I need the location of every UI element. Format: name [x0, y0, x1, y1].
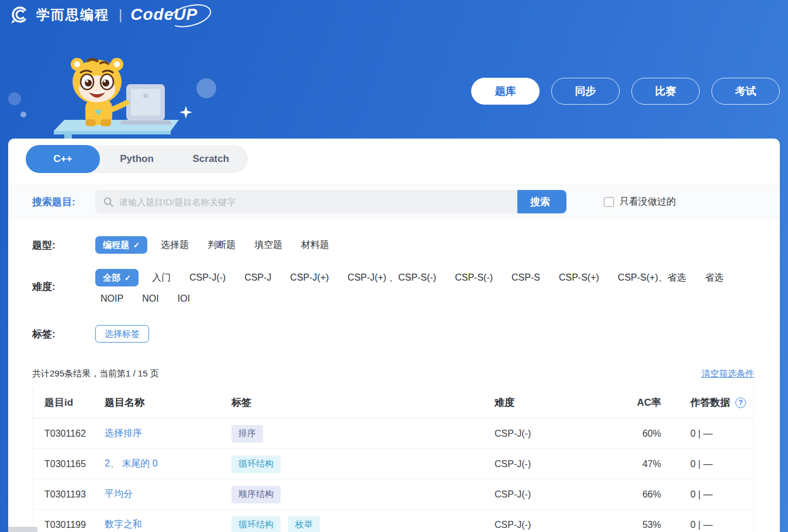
problems-table: 题目id 题目名称 标签 难度 AC率 作答数据 ? T0301162选择排序排… — [33, 387, 754, 532]
cell-difficulty: CSP-J(-) — [495, 520, 611, 530]
mascot-illustration — [51, 54, 189, 143]
search-label: 搜索题目: — [32, 195, 95, 209]
table-row: T03011652、 末尾的 0循环结构CSP-J(-)47%0 | — — [33, 449, 754, 479]
tab-python[interactable]: Python — [100, 145, 174, 173]
page: 学而思编程 | CodeUP — [0, 0, 788, 532]
tag-badge: 循环结构 — [231, 516, 281, 532]
cell-tags: 循环结构 — [231, 455, 495, 473]
difficulty-option[interactable]: CSP-S(-) — [450, 272, 498, 283]
problem-link[interactable]: 平均分 — [105, 489, 133, 499]
cell-ac-rate: 53% — [611, 520, 661, 530]
nav-button-比赛[interactable]: 比赛 — [631, 78, 700, 105]
difficulty-option[interactable]: CSP-S(+) — [554, 272, 604, 283]
header-problem-name: 题目名称 — [105, 396, 231, 409]
tags-filter-label: 标签: — [32, 327, 95, 341]
logo-divider: | — [119, 6, 122, 23]
difficulty-options: 全部✓入门CSP-J(-)CSP-JCSP-J(+)CSP-J(+) 、CSP-… — [95, 269, 729, 304]
header-tags: 标签 — [231, 396, 495, 409]
horizontal-scrollbar[interactable] — [8, 527, 37, 532]
brand-c-icon — [9, 4, 30, 25]
cell-answer-data: 0 | — — [661, 489, 754, 500]
cell-tags: 顺序结构 — [231, 486, 495, 503]
difficulty-option[interactable]: 省选 — [700, 272, 729, 284]
main-nav: 题库同步比赛考试 — [471, 78, 780, 105]
search-icon — [103, 197, 113, 207]
cell-ac-rate: 60% — [611, 429, 661, 439]
search-button[interactable]: 搜索 — [514, 190, 566, 213]
nav-button-同步[interactable]: 同步 — [551, 78, 620, 105]
type-option[interactable]: 选择题 — [155, 239, 194, 251]
unattempted-checkbox-label: 只看没做过的 — [620, 196, 676, 208]
table-row: T0301193平均分顺序结构CSP-J(-)66%0 | — — [33, 479, 754, 510]
tab-c++[interactable]: C++ — [26, 145, 100, 173]
header-answer-data: 作答数据 ? — [661, 396, 754, 409]
type-option-selected[interactable]: 编程题✓ — [95, 236, 147, 254]
type-option[interactable]: 判断题 — [202, 239, 241, 251]
type-filter-row: 题型: 编程题✓选择题判断题填空题材料题 — [8, 236, 780, 254]
deco-circle — [20, 112, 26, 118]
cell-problem-name: 数字之和 — [105, 519, 231, 531]
difficulty-option[interactable]: CSP-J(-) — [184, 272, 231, 283]
option-label: 编程题 — [103, 240, 129, 251]
logo-brand-name: CodeUP — [130, 5, 206, 24]
deco-circle — [8, 92, 21, 105]
nav-button-考试[interactable]: 考试 — [711, 78, 780, 105]
deco-circle — [196, 78, 216, 98]
search-row: 搜索题目: 搜索 只看没做过的 — [8, 185, 780, 219]
difficulty-option[interactable]: CSP-S — [506, 272, 545, 283]
cell-answer-data: 0 | — — [661, 429, 754, 439]
difficulty-option[interactable]: IOI — [172, 293, 195, 304]
tag-badge: 循环结构 — [231, 455, 281, 473]
cell-answer-data: 0 | — — [661, 520, 754, 530]
tag-badge: 顺序结构 — [231, 486, 281, 503]
cell-problem-id: T0301193 — [33, 489, 105, 500]
difficulty-option[interactable]: CSP-J(+) 、CSP-S(-) — [343, 272, 442, 284]
option-label: 全部 — [103, 272, 120, 284]
cell-problem-id: T0301199 — [33, 520, 105, 530]
table-row: T0301199数字之和循环结构枚举CSP-J(-)53%0 | — — [33, 510, 754, 532]
cell-tags: 排序 — [231, 425, 495, 443]
tag-badge: 排序 — [231, 425, 263, 443]
unattempted-filter[interactable]: 只看没做过的 — [604, 196, 676, 208]
difficulty-filter-label: 难度: — [32, 280, 95, 293]
nav-button-题库[interactable]: 题库 — [471, 78, 540, 105]
problem-link[interactable]: 数字之和 — [105, 519, 142, 529]
select-tags-button[interactable]: 选择标签 — [95, 325, 149, 343]
cell-problem-name: 选择排序 — [105, 427, 231, 440]
difficulty-option[interactable]: CSP-J(+) — [285, 272, 334, 283]
type-option[interactable]: 填空题 — [249, 239, 288, 251]
header-problem-id: 题目id — [33, 396, 105, 409]
unattempted-checkbox[interactable] — [604, 197, 614, 207]
search-input[interactable] — [119, 197, 517, 207]
clear-filters-link[interactable]: 清空筛选条件 — [701, 368, 754, 379]
difficulty-option-selected[interactable]: 全部✓ — [95, 269, 139, 286]
difficulty-option[interactable]: CSP-S(+)、省选 — [613, 272, 692, 284]
language-tabs: C++PythonScratch — [26, 145, 248, 173]
difficulty-filter-row: 难度: 全部✓入门CSP-J(-)CSP-JCSP-J(+)CSP-J(+) 、… — [8, 269, 780, 304]
cell-answer-data: 0 | — — [661, 459, 754, 469]
help-icon[interactable]: ? — [735, 398, 746, 408]
cell-tags: 循环结构枚举 — [231, 516, 495, 532]
type-option[interactable]: 材料题 — [296, 239, 334, 251]
difficulty-option[interactable]: 入门 — [147, 272, 176, 284]
results-summary: 共计295条结果，当前第1 / 15 页 — [32, 368, 159, 379]
header-ac-rate: AC率 — [611, 396, 661, 409]
difficulty-option[interactable]: NOIP — [95, 293, 129, 304]
cell-problem-id: T0301162 — [33, 429, 105, 439]
tab-scratch[interactable]: Scratch — [174, 145, 248, 173]
table-header-row: 题目id 题目名称 标签 难度 AC率 作答数据 ? — [33, 387, 754, 419]
cell-difficulty: CSP-J(-) — [495, 489, 611, 500]
logo: 学而思编程 | CodeUP — [9, 4, 206, 25]
logo-product-name: 学而思编程 — [36, 6, 109, 24]
cell-problem-name: 平均分 — [105, 488, 231, 500]
cell-ac-rate: 47% — [611, 459, 661, 469]
type-filter-label: 题型: — [32, 239, 95, 252]
table-row: T0301162选择排序排序CSP-J(-)60%0 | — — [33, 419, 754, 449]
problem-link[interactable]: 2、 末尾的 0 — [105, 458, 158, 468]
check-icon: ✓ — [125, 274, 131, 282]
problem-link[interactable]: 选择排序 — [105, 428, 142, 438]
difficulty-option[interactable]: NOI — [137, 293, 164, 304]
type-options: 编程题✓选择题判断题填空题材料题 — [95, 236, 334, 254]
difficulty-option[interactable]: CSP-J — [239, 272, 277, 283]
tag-badge: 枚举 — [288, 516, 320, 532]
